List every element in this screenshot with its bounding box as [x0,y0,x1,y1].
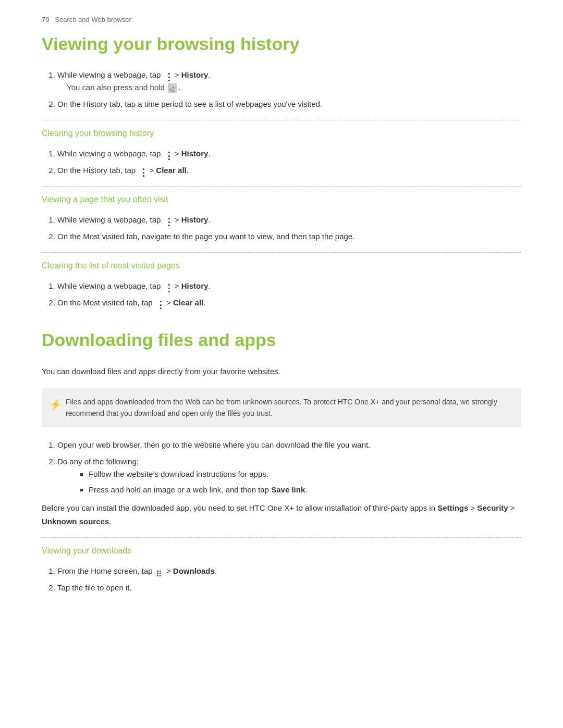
section-downloading-files-apps: Downloading files and apps You can downl… [42,330,521,594]
dots-menu-icon [164,216,172,225]
clear-visited-step2: On the Most visited tab, tap > Clear all… [57,297,521,309]
view-downloads-step2: Tap the file to open it. [57,582,521,594]
divider [42,252,521,253]
section1-title: Viewing your browsing history [42,34,521,54]
dots-menu-icon [164,71,172,80]
often-visit-step2: On the Most visited tab, navigate to the… [57,230,521,243]
subsection2-title: Viewing a page that you often visit [42,195,521,207]
flag-icon: ⚡ [49,396,62,413]
dots-menu-icon [139,167,146,175]
warning-box: ⚡ Files and apps downloaded from the Web… [42,388,521,428]
divider [42,186,521,187]
section2-title: Downloading files and apps [42,330,521,350]
clear-history-step2: On the History tab, tap > Clear all. [57,164,521,177]
subsection1-title: Clearing your browsing history [42,129,521,141]
often-visit-step1: While viewing a webpage, tap > History. [57,214,521,226]
section2-outro: Before you can install the downloaded ap… [42,501,521,528]
download-step2: Do any of the following: Follow the webs… [57,455,521,496]
back-button-icon [168,83,177,93]
hold-note: You can also press and hold . [67,81,521,94]
divider [42,537,521,538]
dots-menu-icon [164,150,172,158]
view-downloads-step1: From the Home screen, tap > Downloads. [57,565,521,577]
section1-step2: On the History tab, tap a time period to… [57,98,521,110]
download-step1: Open your web browser, then go to the we… [57,439,521,451]
subsection-viewing-downloads: Viewing your downloads From the Home scr… [42,546,521,594]
dots-menu-icon [156,299,163,307]
warning-text: Files and apps downloaded from the Web c… [66,398,497,417]
dots-menu-icon [164,282,172,291]
subsection-clearing-browsing-history: Clearing your browsing history While vie… [42,129,521,177]
divider [42,120,521,120]
bullet-item: Press and hold an image or a web link, a… [89,484,521,496]
section1-steps: While viewing a webpage, tap > History. … [57,69,521,110]
section2-intro: You can download files and apps directly… [42,365,521,378]
subsection3-title: Clearing the list of most visited pages [42,261,521,274]
section1-step1: While viewing a webpage, tap > History. … [57,69,521,94]
grid-menu-icon [156,567,163,576]
clear-visited-step1: While viewing a webpage, tap > History. [57,280,521,292]
clear-history-step1: While viewing a webpage, tap > History. [57,147,521,160]
bullet-item: Follow the website’s download instructio… [89,468,521,480]
subsection-viewing-often-visited: Viewing a page that you often visit Whil… [42,195,521,243]
subsection-clearing-most-visited: Clearing the list of most visited pages … [42,261,521,309]
page-number: 70 Search and Web browser [42,16,521,23]
subsection4-title: Viewing your downloads [42,546,521,559]
section-viewing-browsing-history: Viewing your browsing history While view… [42,34,521,309]
section2-steps: Open your web browser, then go to the we… [57,439,521,496]
